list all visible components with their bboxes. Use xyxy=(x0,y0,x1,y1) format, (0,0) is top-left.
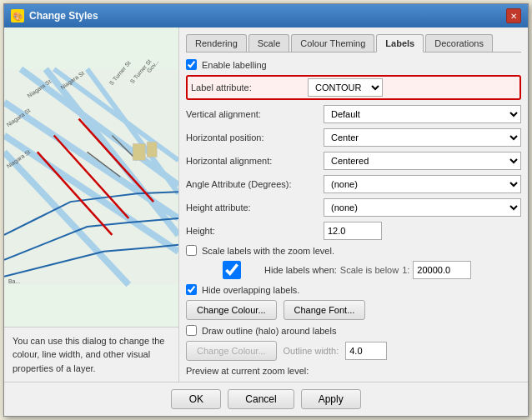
hide-overlapping-label: Hide overlapping labels. xyxy=(202,285,299,295)
angle-attribute-label: Angle Attribute (Degrees): xyxy=(186,179,324,189)
outline-colour-row: Change Colour... Outline width: xyxy=(186,341,521,361)
main-content: Niagara St Niagara St Niagara St Niagara… xyxy=(4,28,528,382)
draw-outline-row: Draw outline (halo) around labels xyxy=(186,325,521,336)
tab-labels[interactable]: Labels xyxy=(376,34,424,52)
horizontal-position-control: Center xyxy=(324,128,521,147)
enable-labelling-row: Enable labelling xyxy=(186,59,521,70)
horizontal-alignment-control: Centered xyxy=(324,152,521,170)
labels-tab-content: Enable labelling Label attribute: CONTOU… xyxy=(186,59,521,375)
height-attribute-dropdown[interactable]: (none) xyxy=(324,198,521,217)
hide-labels-label: Hide labels when: xyxy=(264,265,337,275)
horizontal-alignment-dropdown[interactable]: Centered xyxy=(324,152,521,170)
horizontal-alignment-row: Horizontal alignment: Centered xyxy=(186,152,521,170)
left-panel: Niagara St Niagara St Niagara St Niagara… xyxy=(4,28,179,382)
horizontal-position-label: Horizontal position: xyxy=(186,132,324,142)
vertical-alignment-row: Vertical alignment: Default xyxy=(186,105,521,123)
hide-labels-value-input[interactable] xyxy=(413,261,471,279)
horizontal-position-dropdown[interactable]: Center xyxy=(324,128,521,147)
scale-labels-checkbox[interactable] xyxy=(186,245,197,256)
hide-labels-ratio: 1: xyxy=(402,265,409,275)
draw-outline-checkbox[interactable] xyxy=(186,325,197,336)
map-description: You can use this dialog to change the co… xyxy=(4,327,178,382)
hide-labels-checkbox[interactable] xyxy=(203,261,261,279)
svg-text:Ba...: Ba... xyxy=(8,278,20,284)
outline-colour-button[interactable]: Change Colour... xyxy=(186,341,277,361)
height-control xyxy=(324,222,521,240)
hide-overlapping-row: Hide overlapping labels. xyxy=(186,284,521,295)
outline-width-input[interactable] xyxy=(345,342,387,360)
app-icon: 🎨 xyxy=(11,9,24,22)
ok-button[interactable]: OK xyxy=(171,389,221,409)
cancel-button[interactable]: Cancel xyxy=(228,389,294,409)
height-attribute-label: Height attribute: xyxy=(186,202,324,212)
angle-attribute-dropdown[interactable]: (none) xyxy=(324,175,521,193)
height-label: Height: xyxy=(186,226,324,236)
tabs-bar: Rendering Scale Colour Theming Labels De… xyxy=(186,34,521,52)
right-panel: Rendering Scale Colour Theming Labels De… xyxy=(179,28,528,382)
outline-width-label: Outline width: xyxy=(284,346,339,356)
enable-labelling-label: Enable labelling xyxy=(202,60,267,70)
enable-labelling-checkbox[interactable] xyxy=(186,59,197,70)
horizontal-position-row: Horizontal position: Center xyxy=(186,128,521,147)
tab-decorations[interactable]: Decorations xyxy=(425,34,493,52)
vertical-alignment-dropdown[interactable]: Default xyxy=(324,105,521,123)
scale-labels-label: Scale labels with the zoom level. xyxy=(202,246,334,256)
apply-button[interactable]: Apply xyxy=(301,389,361,409)
draw-outline-label: Draw outline (halo) around labels xyxy=(202,326,336,336)
height-attribute-row: Height attribute: (none) xyxy=(186,198,521,217)
bottom-bar: OK Cancel Apply xyxy=(4,382,528,416)
angle-attribute-control: (none) xyxy=(324,175,521,193)
svg-rect-21 xyxy=(147,142,157,157)
vertical-alignment-label: Vertical alignment: xyxy=(186,109,324,119)
hide-labels-row: Hide labels when: Scale is below 1: xyxy=(186,261,521,279)
change-colour-button[interactable]: Change Colour... xyxy=(186,300,277,320)
height-row: Height: xyxy=(186,222,521,240)
vertical-alignment-control: Default xyxy=(324,105,521,123)
colour-font-button-row: Change Colour... Change Font... xyxy=(186,300,521,320)
label-attribute-row: Label attribute: CONTOUR xyxy=(186,75,521,100)
scale-labels-row: Scale labels with the zoom level. xyxy=(186,245,521,256)
close-button[interactable]: ✕ xyxy=(506,8,521,23)
height-input[interactable] xyxy=(324,222,382,240)
horizontal-alignment-label: Horizontal alignment: xyxy=(186,156,324,166)
hide-labels-scale-text: Scale is below xyxy=(340,265,399,275)
hide-overlapping-checkbox[interactable] xyxy=(186,284,197,295)
label-attribute-dropdown[interactable]: CONTOUR xyxy=(308,78,383,97)
height-attribute-control: (none) xyxy=(324,198,521,217)
title-bar-left: 🎨 Change Styles xyxy=(11,9,98,22)
tab-colour-theming[interactable]: Colour Theming xyxy=(291,34,374,52)
tab-scale[interactable]: Scale xyxy=(248,34,290,52)
tab-rendering[interactable]: Rendering xyxy=(186,34,247,52)
change-styles-window: 🎨 Change Styles ✕ xyxy=(3,3,529,417)
change-font-button[interactable]: Change Font... xyxy=(284,300,366,320)
label-attribute-label: Label attribute: xyxy=(191,82,308,92)
window-title: Change Styles xyxy=(29,10,98,22)
title-bar: 🎨 Change Styles ✕ xyxy=(4,4,528,28)
map-preview: Niagara St Niagara St Niagara St Niagara… xyxy=(4,28,178,327)
svg-rect-20 xyxy=(133,143,145,160)
angle-attribute-row: Angle Attribute (Degrees): (none) xyxy=(186,175,521,193)
preview-label: Preview at current zoom level: xyxy=(186,366,521,375)
